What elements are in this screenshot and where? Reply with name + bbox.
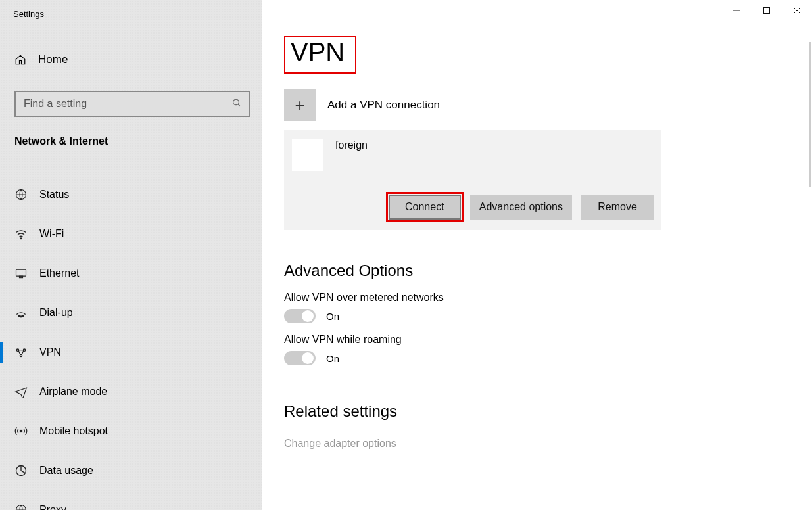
close-button[interactable] [782, 0, 812, 21]
svg-point-10 [23, 349, 25, 351]
svg-point-7 [20, 316, 22, 317]
maximize-button[interactable] [752, 0, 782, 21]
add-vpn-label: Add a VPN connection [327, 99, 440, 112]
sidebar-item-label: Mobile hotspot [39, 425, 108, 437]
nav-home[interactable]: Home [14, 46, 262, 74]
vpn-connection-name: foreign [335, 139, 368, 171]
roaming-toggle[interactable] [284, 351, 316, 365]
add-vpn-row[interactable]: + Add a VPN connection [284, 89, 796, 121]
ethernet-icon [14, 267, 39, 280]
sidebar-item-label: Dial-up [39, 307, 73, 319]
metered-label: Allow VPN over metered networks [284, 292, 796, 304]
remove-button[interactable]: Remove [581, 195, 654, 220]
sidebar-item-label: Airplane mode [39, 386, 107, 398]
sidebar: Settings Home Network & Internet [0, 0, 262, 510]
sidebar-item-status[interactable]: Status [0, 175, 262, 214]
vpn-icon [14, 346, 39, 359]
home-icon [14, 54, 38, 66]
page-title-highlight: VPN [284, 36, 356, 74]
sidebar-item-hotspot[interactable]: Mobile hotspot [0, 411, 262, 451]
sidebar-item-label: Proxy [39, 504, 66, 510]
metered-toggle[interactable] [284, 309, 316, 323]
sidebar-item-label: Status [39, 189, 69, 200]
svg-point-12 [20, 430, 22, 432]
status-icon [14, 188, 39, 201]
proxy-icon [14, 503, 39, 510]
sidebar-item-label: Wi-Fi [39, 228, 64, 240]
svg-rect-5 [20, 276, 23, 278]
svg-rect-4 [16, 269, 26, 276]
connect-button[interactable]: Connect [389, 195, 461, 220]
airplane-icon [14, 385, 39, 398]
window-controls [721, 0, 812, 21]
sidebar-category: Network & Internet [14, 135, 262, 147]
scrollbar[interactable] [809, 42, 811, 187]
sidebar-item-vpn[interactable]: VPN [0, 333, 262, 372]
svg-point-14 [16, 505, 26, 511]
sidebar-item-dialup[interactable]: Dial-up [0, 293, 262, 333]
svg-point-9 [16, 349, 18, 351]
sidebar-item-airplane[interactable]: Airplane mode [0, 372, 262, 411]
svg-rect-16 [764, 8, 770, 14]
advanced-options-button[interactable]: Advanced options [470, 195, 572, 220]
advanced-options-heading: Advanced Options [284, 262, 796, 280]
svg-point-8 [22, 315, 24, 317]
main-content: VPN + Add a VPN connection foreign Conne… [262, 0, 812, 510]
sidebar-item-ethernet[interactable]: Ethernet [0, 254, 262, 293]
sidebar-item-wifi[interactable]: Wi-Fi [0, 214, 262, 254]
minimize-button[interactable] [721, 0, 752, 21]
roaming-label: Allow VPN while roaming [284, 334, 796, 346]
hotspot-icon [14, 425, 39, 438]
wifi-icon [14, 227, 39, 241]
change-adapter-link[interactable]: Change adapter options [284, 438, 396, 450]
app-title: Settings [0, 0, 262, 28]
data-usage-icon [14, 464, 39, 477]
svg-point-6 [18, 315, 20, 317]
sidebar-item-label: Ethernet [39, 267, 79, 279]
roaming-toggle-state: On [326, 353, 339, 364]
page-title: VPN [291, 37, 345, 67]
metered-toggle-state: On [326, 311, 339, 322]
search-input[interactable] [14, 91, 250, 117]
dialup-icon [14, 306, 39, 319]
related-settings-heading: Related settings [284, 402, 796, 421]
sidebar-item-datausage[interactable]: Data usage [0, 451, 262, 490]
home-label: Home [38, 53, 68, 66]
plus-icon: + [284, 89, 316, 121]
sidebar-item-proxy[interactable]: Proxy [0, 490, 262, 510]
vpn-connection-card[interactable]: foreign Connect Advanced options Remove [284, 130, 661, 230]
sidebar-item-label: VPN [39, 346, 61, 358]
svg-point-3 [20, 238, 22, 239]
sidebar-item-label: Data usage [39, 465, 93, 476]
vpn-connection-icon [292, 139, 323, 171]
